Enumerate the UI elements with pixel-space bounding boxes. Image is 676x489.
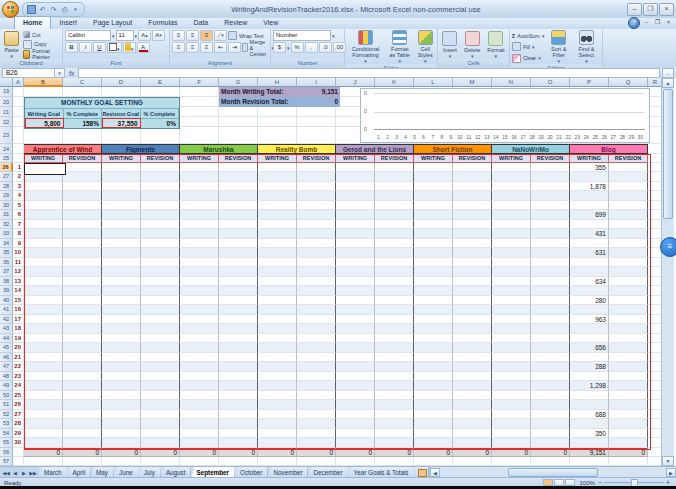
cell[interactable] xyxy=(336,315,375,325)
cell[interactable] xyxy=(297,117,336,127)
project-header[interactable]: NaNoWriMo xyxy=(492,144,570,154)
project-header[interactable]: Short Fiction xyxy=(414,144,492,154)
cell[interactable] xyxy=(219,127,258,144)
cell[interactable] xyxy=(141,163,180,173)
delete-cells-button[interactable]: Delete▾ xyxy=(462,30,482,59)
cell[interactable] xyxy=(24,372,63,382)
row-header-51[interactable]: 51 xyxy=(0,400,13,410)
cell[interactable] xyxy=(336,381,375,391)
fill-color-button[interactable]: ▾ xyxy=(123,42,136,53)
cell[interactable] xyxy=(492,201,531,211)
blog-writing-value[interactable]: 699 xyxy=(570,210,609,220)
cell[interactable] xyxy=(414,372,453,382)
cell[interactable] xyxy=(180,372,219,382)
cell[interactable] xyxy=(24,315,63,325)
cell[interactable] xyxy=(453,258,492,268)
subheader-revision[interactable]: REVISION xyxy=(63,154,102,163)
print-button[interactable]: ⎙ xyxy=(60,5,69,14)
total-cell[interactable]: 0 xyxy=(102,448,141,458)
cell[interactable] xyxy=(414,410,453,420)
cell[interactable] xyxy=(453,391,492,401)
cell[interactable] xyxy=(531,324,570,334)
goal-value-cell[interactable]: 5,800 xyxy=(25,118,64,128)
cell[interactable] xyxy=(102,429,141,439)
help-icon[interactable]: ? xyxy=(628,17,640,29)
align-bottom-button[interactable]: ≡ xyxy=(200,30,213,41)
cell[interactable] xyxy=(336,182,375,192)
day-number[interactable]: 11 xyxy=(13,258,24,268)
total-cell[interactable]: 0 xyxy=(375,448,414,458)
cell[interactable] xyxy=(375,410,414,420)
cell[interactable] xyxy=(258,381,297,391)
cell[interactable] xyxy=(609,239,648,249)
project-header[interactable]: Blog xyxy=(570,144,648,154)
row-header-56[interactable]: 56 xyxy=(0,448,13,458)
total-cell[interactable]: 0 xyxy=(531,448,570,458)
cell[interactable] xyxy=(102,362,141,372)
vertical-scroll-thumb[interactable] xyxy=(663,89,673,219)
cell[interactable] xyxy=(414,419,453,429)
cell[interactable] xyxy=(219,391,258,401)
cell[interactable] xyxy=(609,210,648,220)
cell[interactable] xyxy=(531,229,570,239)
blog-writing-value[interactable]: 355 xyxy=(570,163,609,173)
sort-filter-button[interactable]: Sort & Filter▾ xyxy=(546,30,570,64)
cell[interactable] xyxy=(180,410,219,420)
cell[interactable] xyxy=(258,127,297,144)
cell[interactable] xyxy=(531,362,570,372)
cell[interactable] xyxy=(24,324,63,334)
cell[interactable] xyxy=(219,438,258,448)
cell[interactable] xyxy=(531,239,570,249)
cell[interactable] xyxy=(609,229,648,239)
cell[interactable] xyxy=(24,286,63,296)
workbook-restore-button[interactable]: ❐ xyxy=(653,19,662,27)
cell[interactable] xyxy=(336,391,375,401)
insert-cells-button[interactable]: Insert▾ xyxy=(440,30,459,59)
column-header-Q[interactable]: Q xyxy=(609,78,648,87)
cell[interactable] xyxy=(24,457,63,466)
cell[interactable] xyxy=(531,343,570,353)
cell[interactable] xyxy=(609,324,648,334)
row-header-49[interactable]: 49 xyxy=(0,381,13,391)
cell[interactable] xyxy=(297,229,336,239)
cell[interactable] xyxy=(141,324,180,334)
cell[interactable] xyxy=(141,410,180,420)
cell[interactable] xyxy=(375,391,414,401)
cell[interactable] xyxy=(375,381,414,391)
cell[interactable] xyxy=(453,305,492,315)
cell[interactable] xyxy=(531,191,570,201)
cell[interactable] xyxy=(219,410,258,420)
cell[interactable] xyxy=(336,277,375,287)
column-header-G[interactable]: G xyxy=(219,78,258,87)
cell[interactable] xyxy=(375,220,414,230)
cell[interactable] xyxy=(414,315,453,325)
cell[interactable] xyxy=(180,429,219,439)
cell[interactable] xyxy=(414,210,453,220)
normal-view-button[interactable] xyxy=(543,479,553,486)
row-header-52[interactable]: 52 xyxy=(0,410,13,420)
cell[interactable] xyxy=(180,305,219,315)
row-header-19[interactable]: 19 xyxy=(0,87,13,97)
cell[interactable] xyxy=(63,457,102,466)
cell[interactable] xyxy=(531,277,570,287)
bold-button[interactable]: B xyxy=(65,42,78,53)
cell[interactable] xyxy=(258,172,297,182)
month-writing-total-label[interactable]: Month Writing Total: xyxy=(219,87,299,97)
increase-decimal-button[interactable]: .0 xyxy=(319,42,332,53)
comma-button[interactable]: , xyxy=(305,42,318,53)
cell[interactable] xyxy=(219,267,258,277)
row-header-25[interactable]: 25 xyxy=(0,154,13,163)
cell[interactable] xyxy=(453,438,492,448)
cell[interactable] xyxy=(102,163,141,173)
cell[interactable] xyxy=(609,172,648,182)
cell[interactable] xyxy=(297,400,336,410)
cell[interactable] xyxy=(102,220,141,230)
blog-writing-value[interactable]: 288 xyxy=(570,362,609,372)
cell[interactable] xyxy=(453,429,492,439)
cell[interactable] xyxy=(141,267,180,277)
cell[interactable] xyxy=(492,315,531,325)
blog-writing-value[interactable]: 280 xyxy=(570,296,609,306)
cell[interactable] xyxy=(258,248,297,258)
cell[interactable] xyxy=(531,372,570,382)
cell[interactable] xyxy=(453,334,492,344)
